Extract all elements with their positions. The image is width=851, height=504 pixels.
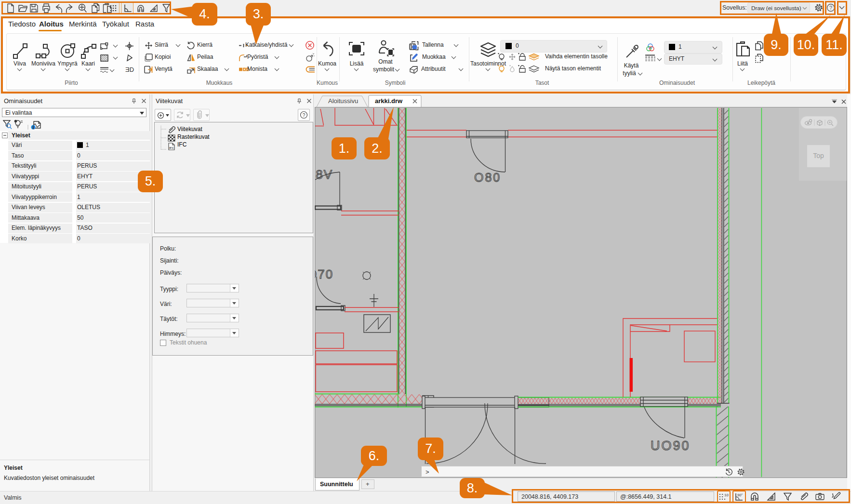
svg-text:UO90: UO90 (651, 438, 691, 453)
svg-text:O80: O80 (474, 171, 501, 184)
svg-text:?: ? (303, 113, 306, 118)
svg-text:O8V: O8V (315, 167, 333, 182)
svg-text:IFC: IFC (169, 146, 174, 149)
svg-text:O70: O70 (315, 267, 333, 281)
